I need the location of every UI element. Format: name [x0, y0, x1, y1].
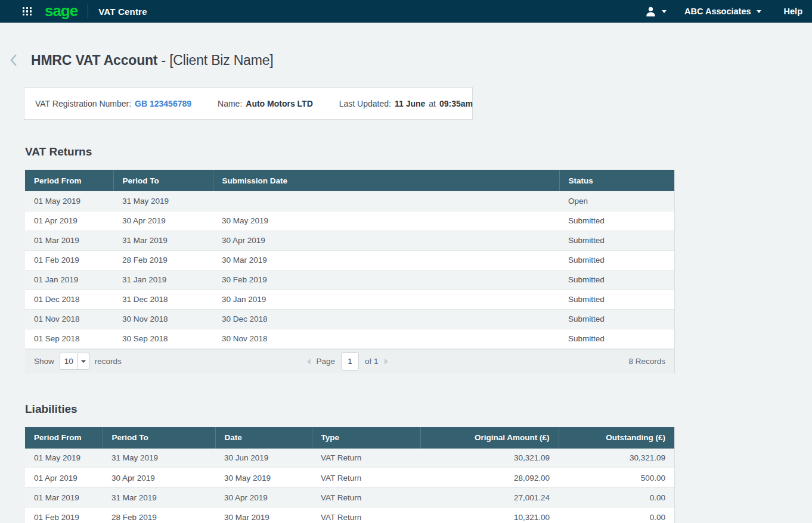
table-cell: 30 Feb 2019 [213, 270, 559, 289]
table-cell: 01 Mar 2019 [25, 488, 103, 508]
column-header-original-amount: Original Amount (£) [420, 427, 559, 449]
topbar-divider [88, 4, 88, 18]
table-cell: Submitted [559, 309, 674, 329]
table-row: 01 Dec 201831 Dec 201830 Jan 2019Submitt… [25, 289, 674, 309]
table-cell: 30 Mar 2019 [215, 508, 312, 523]
table-cell: 01 Mar 2019 [25, 231, 113, 250]
user-menu[interactable] [644, 5, 667, 18]
table-cell: 0.00 [559, 508, 674, 523]
page-label: Page [316, 357, 335, 366]
table-cell: 27,001.24 [420, 488, 559, 508]
table-header-row: Period From Period To Date Type Original… [25, 427, 674, 449]
client-name-label: Name: [218, 99, 242, 108]
table-cell: 31 Jan 2019 [113, 270, 213, 289]
table-cell: 01 Apr 2019 [25, 211, 113, 231]
sage-logo[interactable]: sage [45, 3, 78, 18]
column-header-submission-date: Submission Date [213, 170, 559, 191]
page-title-main: HMRC VAT Account [31, 52, 157, 68]
vat-returns-pagination: Show 10 records Page of 1 8 Records [25, 349, 674, 373]
table-cell: 30 Apr 2019 [215, 488, 312, 508]
table-cell: 30 Jun 2019 [215, 449, 312, 468]
help-link[interactable]: Help [784, 7, 802, 16]
column-header-period-from: Period From [25, 427, 103, 449]
table-row: 01 Sep 201830 Sep 201830 Nov 2018Submitt… [25, 329, 674, 348]
app-launcher-icon[interactable] [23, 7, 32, 16]
table-cell: Submitted [559, 250, 674, 270]
table-cell: 30 Sep 2018 [113, 329, 213, 348]
table-cell: 01 Apr 2019 [25, 468, 103, 488]
table-cell: 01 Feb 2019 [25, 508, 103, 523]
last-updated-time: 09:35am [439, 99, 473, 108]
table-cell: VAT Return [312, 488, 420, 508]
table-cell: 500.00 [559, 468, 674, 488]
records-count: 8 Records [628, 357, 665, 366]
vat-registration-number-link[interactable]: GB 123456789 [135, 99, 191, 108]
table-cell: 31 Mar 2019 [103, 488, 215, 508]
page-title-subtitle: - [Client Biz Name] [162, 52, 274, 68]
table-header-row: Period From Period To Submission Date St… [25, 170, 674, 191]
table-cell: 01 May 2019 [25, 191, 113, 211]
table-cell: Submitted [559, 211, 674, 231]
client-name-section: Name: Auto Motors LTD [218, 99, 313, 108]
vat-registration-section: VAT Registration Number: GB 123456789 [35, 99, 191, 108]
page-number-input[interactable] [341, 352, 359, 371]
table-cell: 01 Dec 2018 [25, 289, 113, 309]
vat-summary-card: VAT Registration Number: GB 123456789 Na… [24, 87, 473, 120]
table-cell: 31 Mar 2019 [113, 231, 213, 250]
table-cell: 28 Feb 2019 [113, 250, 213, 270]
chevron-left-icon [10, 54, 17, 67]
table-cell: 30 Apr 2019 [103, 468, 215, 488]
table-cell: 30 Apr 2019 [113, 211, 213, 231]
table-row: 01 Nov 201830 Nov 201830 Dec 2018Submitt… [25, 309, 674, 329]
chevron-down-icon [757, 10, 761, 13]
table-cell: 01 Jan 2019 [25, 270, 113, 289]
table-row: 01 Apr 201930 Apr 201930 May 2019VAT Ret… [25, 468, 674, 488]
vat-returns-table: Period From Period To Submission Date St… [25, 170, 675, 373]
liabilities-heading: Liabilities [25, 403, 812, 416]
account-menu[interactable]: ABC Associates [684, 7, 761, 16]
back-button[interactable] [10, 54, 17, 68]
table-cell: 01 May 2019 [25, 449, 103, 468]
page-size-control: Show 10 records [34, 353, 122, 370]
table-cell: 30,321.09 [559, 449, 674, 468]
table-cell: Submitted [559, 289, 674, 309]
pager: Page of 1 [306, 352, 388, 371]
next-page-button[interactable] [384, 359, 388, 365]
table-row: 01 Apr 201930 Apr 201930 May 2019Submitt… [25, 211, 674, 231]
caret-right-icon [384, 359, 388, 365]
vat-registration-label: VAT Registration Number: [35, 99, 131, 108]
page-of-label: of 1 [365, 357, 379, 366]
table-cell: 30 Apr 2019 [213, 231, 559, 250]
table-row: 01 Feb 201928 Feb 201930 Mar 2019Submitt… [25, 250, 674, 270]
table-cell: 10,321.00 [420, 508, 559, 523]
table-row: 01 Mar 201931 Mar 201930 Apr 2019VAT Ret… [25, 488, 674, 508]
previous-page-button[interactable] [306, 359, 310, 365]
table-row: 01 Jan 201931 Jan 201930 Feb 2019Submitt… [25, 270, 674, 289]
table-cell: 30 Dec 2018 [213, 309, 559, 329]
last-updated-connector: at [429, 99, 436, 108]
table-cell: 30 May 2019 [213, 211, 559, 231]
page-header: HMRC VAT Account - [Client Biz Name] [10, 52, 812, 69]
table-cell: VAT Return [312, 508, 420, 523]
table-cell: 30 Nov 2018 [213, 329, 559, 348]
last-updated-section: Last Updated: 11 June at 09:35am [339, 99, 473, 108]
column-header-period-to: Period To [113, 170, 213, 191]
table-cell: 30 Nov 2018 [113, 309, 213, 329]
table-row: 01 Feb 201928 Feb 201930 Mar 2019VAT Ret… [25, 508, 674, 523]
table-row: 01 May 201931 May 2019Open [25, 191, 674, 211]
column-header-status: Status [559, 170, 674, 191]
table-cell: Open [559, 191, 674, 211]
table-cell: Submitted [559, 329, 674, 348]
table-cell: 0.00 [559, 488, 674, 508]
client-name-value: Auto Motors LTD [246, 99, 313, 108]
records-label: records [95, 357, 122, 366]
page-size-select[interactable]: 10 [60, 353, 89, 370]
table-cell: 01 Nov 2018 [25, 309, 113, 329]
table-cell: 31 May 2019 [113, 191, 213, 211]
table-cell: 30 May 2019 [215, 468, 312, 488]
table-cell [213, 191, 559, 211]
user-icon [644, 5, 657, 18]
table-cell: 28,092.00 [420, 468, 559, 488]
page-size-value: 10 [60, 353, 78, 369]
account-name: ABC Associates [684, 7, 751, 16]
